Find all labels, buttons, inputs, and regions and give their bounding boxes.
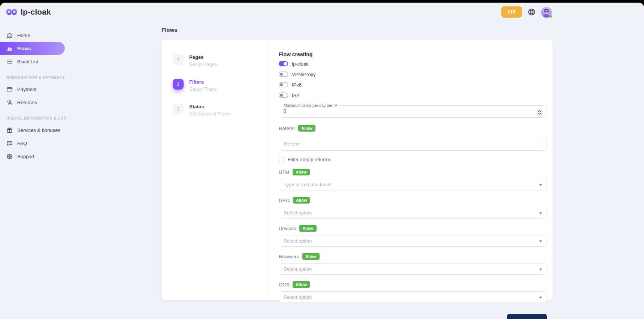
step-status[interactable]: 3 Status Set status of Flows xyxy=(173,103,267,117)
devices-group: Devices Allow Select option xyxy=(279,225,547,247)
sidebar-item-support[interactable]: Support xyxy=(0,150,71,163)
main-content: Flows 1 Pages Setup Pages 2 Filters xyxy=(161,21,553,300)
sidebar-item-label: Referrals xyxy=(17,100,37,105)
sidebar-item-home[interactable]: Home xyxy=(0,29,71,42)
toggle-row-ipv6: IPv6 xyxy=(279,81,547,89)
sidebar-item-label: Black List xyxy=(17,59,38,64)
max-clicks-field: Maximum clicks per day per IP xyxy=(279,103,547,118)
max-clicks-label: Maximum clicks per day per IP xyxy=(282,103,339,108)
form-actions: Go back Next step xyxy=(279,314,547,319)
sidebar-item-label: Home xyxy=(17,33,30,38)
brand-name: lp-cloak xyxy=(21,7,51,16)
filter-empty-referrer-checkbox[interactable] xyxy=(279,157,284,162)
step-title: Pages xyxy=(189,54,217,60)
chevron-down-icon xyxy=(539,268,542,270)
utm-label: UTM xyxy=(279,169,289,175)
vip-button[interactable]: VIP xyxy=(501,6,522,18)
flow-form: Flow creating lp-cloak VPN/Proxy IPv6 xyxy=(267,40,553,300)
mask-logo-icon xyxy=(6,8,17,16)
svg-text:?!: ?! xyxy=(8,141,10,144)
max-clicks-input[interactable] xyxy=(284,108,516,114)
toggle-row-isp: ISP xyxy=(279,91,547,99)
sidebar-section-support: USEFUL INFORMATION & SUPPORT xyxy=(0,116,67,120)
sidebar-item-services-bonuses[interactable]: Services & bonuses xyxy=(0,124,71,136)
user-avatar[interactable] xyxy=(541,7,552,18)
chevron-down-icon xyxy=(539,297,542,298)
lp-cloak-toggle[interactable] xyxy=(279,61,288,66)
sidebar-item-faq[interactable]: ?! FAQ xyxy=(0,137,71,150)
flows-stack-icon xyxy=(6,45,13,52)
step-title: Status xyxy=(189,104,230,109)
sidebar-section-subscription: SUBSCRIPTION & PAYMENTS xyxy=(0,75,67,79)
toggle-label: VPN/Proxy xyxy=(292,72,316,77)
person-add-icon xyxy=(6,99,13,106)
gift-icon xyxy=(6,127,13,133)
toggle-label: lp-cloak xyxy=(292,61,309,67)
step-title: Filters xyxy=(189,79,217,85)
browsers-select[interactable]: Select option xyxy=(279,263,547,275)
utm-allow-badge[interactable]: Allow xyxy=(293,169,309,175)
filter-empty-referrer-row: Filter empty referrer xyxy=(279,157,547,162)
devices-label: Devices xyxy=(279,226,296,231)
sidebar-item-payment[interactable]: Payment xyxy=(0,83,71,96)
vpn-proxy-toggle[interactable] xyxy=(279,72,288,77)
app-window: lp-cloak VIP xyxy=(0,3,644,319)
number-stepper-icon[interactable] xyxy=(536,109,542,117)
page-title: Flows xyxy=(161,27,553,33)
brand[interactable]: lp-cloak xyxy=(6,7,51,16)
step-pages[interactable]: 1 Pages Setup Pages xyxy=(173,54,267,67)
sidebar-item-label: FAQ xyxy=(17,141,27,146)
next-step-button[interactable]: Next step xyxy=(507,314,547,319)
sidebar: Home Flows Black List xyxy=(0,21,71,300)
step-subtitle: Setup Pages xyxy=(189,61,217,67)
sidebar-item-black-list[interactable]: Black List xyxy=(0,55,71,68)
ocs-select[interactable]: Select option xyxy=(279,291,547,303)
browsers-allow-badge[interactable]: Allow xyxy=(302,253,319,260)
topbar: lp-cloak VIP xyxy=(0,3,644,21)
sidebar-item-label: Payment xyxy=(17,87,36,92)
chevron-down-icon xyxy=(539,240,542,242)
chevron-down-icon xyxy=(539,212,542,214)
checkbox-label: Filter empty referrer xyxy=(288,157,330,162)
browsers-label: Browsers xyxy=(279,254,299,259)
step-subtitle: Set status of Flows xyxy=(189,111,230,117)
flow-card: 1 Pages Setup Pages 2 Filters Setup Filt… xyxy=(161,40,553,300)
referer-allow-badge[interactable]: Allow xyxy=(298,125,315,132)
utm-input[interactable]: Type to add utm label xyxy=(279,179,547,190)
browsers-group: Browsers Allow Select option xyxy=(279,253,547,275)
step-number: 1 xyxy=(173,54,184,65)
ipv6-toggle[interactable] xyxy=(279,82,288,87)
devices-select[interactable]: Select option xyxy=(279,235,547,247)
credit-card-icon xyxy=(6,86,13,93)
toggle-label: IPv6 xyxy=(292,82,302,88)
step-filters[interactable]: 2 Filters Setup Filters xyxy=(173,79,267,92)
referer-label: Referer xyxy=(279,126,295,131)
sidebar-item-referrals[interactable]: Referrals xyxy=(0,96,71,109)
toggle-label: ISP xyxy=(292,93,300,98)
language-globe-icon[interactable] xyxy=(528,8,535,16)
sidebar-item-flows[interactable]: Flows xyxy=(0,42,65,55)
geo-select[interactable]: Select option xyxy=(279,207,547,219)
geo-allow-badge[interactable]: Allow xyxy=(293,197,310,204)
toggle-row-vpn-proxy: VPN/Proxy xyxy=(279,70,547,78)
form-title: Flow creating xyxy=(279,51,547,57)
home-icon xyxy=(6,32,13,39)
sidebar-item-label: Services & bonuses xyxy=(17,127,60,133)
referer-label-row: Referer Allow xyxy=(279,125,547,132)
ocs-label: OCS xyxy=(279,282,289,288)
lifebuoy-icon xyxy=(6,153,13,160)
step-number: 2 xyxy=(173,79,184,90)
ocs-group: OCS Allow Select option xyxy=(279,281,547,303)
utm-group: UTM Allow Type to add utm label xyxy=(279,169,547,190)
ocs-allow-badge[interactable]: Allow xyxy=(293,281,309,288)
online-status-dot xyxy=(549,15,552,18)
sidebar-item-label: Support xyxy=(17,154,34,159)
devices-allow-badge[interactable]: Allow xyxy=(299,225,316,232)
step-number: 3 xyxy=(173,103,184,114)
isp-toggle[interactable] xyxy=(279,93,288,98)
chevron-down-icon xyxy=(539,184,542,186)
list-icon xyxy=(6,58,13,65)
geo-label: GEO xyxy=(279,198,290,203)
referer-input[interactable] xyxy=(279,137,547,151)
faq-bubble-icon: ?! xyxy=(6,140,13,147)
